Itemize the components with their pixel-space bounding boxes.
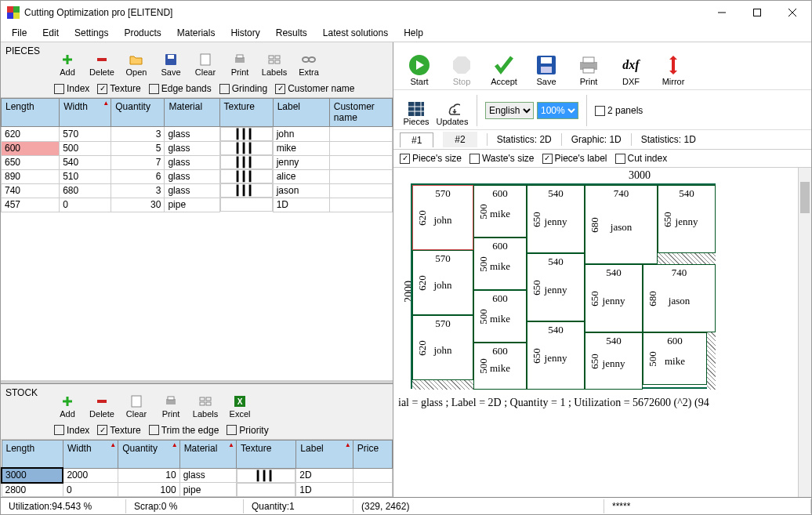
table-row[interactable]: 6505407glass▎▎▎jenny <box>2 155 393 169</box>
pieces-save-button[interactable]: Save <box>154 44 187 78</box>
stock-table[interactable]: LengthWidth▲Quantity▲Material▲TextureLab… <box>1 440 393 498</box>
pieces-check-0[interactable]: Index <box>54 83 89 94</box>
cut-piece[interactable]: 600500mike <box>473 290 527 343</box>
column-header[interactable]: Texture <box>219 99 273 127</box>
pieces-check-4[interactable]: ✓Customer name <box>275 83 354 94</box>
menu-results[interactable]: Results <box>270 26 314 40</box>
pieces-open-button[interactable]: Open <box>120 44 153 78</box>
menu-materials[interactable]: Materials <box>171 26 222 40</box>
stock-check-1[interactable]: ✓Texture <box>97 425 140 436</box>
table-row[interactable]: 7406803glass▎▎▎jason <box>2 183 393 198</box>
start-button[interactable]: Start <box>400 45 439 88</box>
stats-1d-link[interactable]: Statistics: 1D <box>641 134 696 145</box>
accept-button[interactable]: Accept <box>484 45 524 88</box>
column-header[interactable]: Width▲ <box>63 440 118 468</box>
svg-rect-10 <box>168 55 174 59</box>
table-row[interactable]: 8905106glass▎▎▎alice <box>2 169 393 183</box>
menu-settings[interactable]: Settings <box>68 26 114 40</box>
stock-check-0[interactable]: Index <box>54 425 89 436</box>
pieces-check-1[interactable]: ✓Texture <box>97 83 140 94</box>
column-header[interactable]: Customer name <box>329 99 392 127</box>
pieces-extra-button[interactable]: Extra <box>292 44 325 78</box>
save-icon <box>535 53 558 77</box>
zoom-select[interactable]: 100% <box>537 102 578 119</box>
diagram-check-1[interactable]: Waste's size <box>469 153 535 164</box>
cut-piece[interactable]: 570620john <box>412 250 473 315</box>
column-header[interactable]: Price <box>353 440 392 468</box>
cut-piece[interactable]: 570620john <box>412 315 473 380</box>
cut-piece[interactable]: 540650jenny <box>658 185 716 253</box>
table-row[interactable]: 6005005glass▎▎▎mike <box>2 141 393 155</box>
stock-delete-button[interactable]: Delete <box>85 386 118 420</box>
graphic-1d-link[interactable]: Graphic: 1D <box>571 134 622 145</box>
vertical-scrollbar[interactable] <box>798 168 811 497</box>
cut-piece[interactable]: 540650jenny <box>585 264 643 332</box>
pieces-labels-button[interactable]: Labels <box>258 44 291 78</box>
cut-piece[interactable]: 540650jenny <box>585 332 643 390</box>
two-panels-checkbox[interactable]: 2 panels <box>595 105 643 116</box>
stock-check-3[interactable]: Priority <box>227 425 268 436</box>
pieces-delete-button[interactable]: Delete <box>85 44 118 78</box>
menu-file[interactable]: File <box>5 26 33 40</box>
pieces-check-3[interactable]: Grinding <box>219 83 267 94</box>
cut-piece[interactable]: 600500mike <box>473 185 527 238</box>
cut-piece[interactable]: 740680jason <box>585 185 658 264</box>
result-save-button[interactable]: Save <box>527 45 566 88</box>
cut-piece[interactable]: 570620john <box>412 185 473 250</box>
stock-add-button[interactable]: Add <box>51 386 84 420</box>
updates-button[interactable]: Updates <box>436 93 469 128</box>
dxf-button[interactable]: dxfDXF <box>611 45 651 88</box>
stock-check-2[interactable]: Trim the edge <box>149 425 219 436</box>
cutting-diagram[interactable]: 3000 2000 570620john600500mike540650jenn… <box>393 168 811 497</box>
column-header[interactable]: Label▲ <box>296 440 353 468</box>
table-row[interactable]: 457030pipe1D <box>2 198 393 212</box>
stop-button[interactable]: Stop <box>442 45 481 88</box>
column-header[interactable]: Width▲ <box>60 99 111 127</box>
pieces-clear-button[interactable]: Clear <box>189 44 222 78</box>
minimize-button[interactable] <box>704 2 739 24</box>
cut-piece[interactable]: 540650jenny <box>527 185 585 253</box>
table-row[interactable]: 3000200010glass▎▎▎2D <box>2 468 393 483</box>
cut-piece[interactable]: 600500mike <box>473 238 527 290</box>
language-select[interactable]: English <box>485 102 534 119</box>
menu-help[interactable]: Help <box>397 26 430 40</box>
pieces-view-button[interactable]: Pieces <box>400 93 433 128</box>
column-header[interactable]: Length <box>2 440 63 468</box>
column-header[interactable]: Material▲ <box>179 440 236 468</box>
menu-products[interactable]: Products <box>118 26 167 40</box>
stats-2d-link[interactable]: Statistics: 2D <box>497 134 552 145</box>
pieces-check-2[interactable]: Edge bands <box>149 83 212 94</box>
table-row[interactable]: 28000100pipe1D <box>2 483 393 497</box>
column-header[interactable]: Texture <box>236 440 295 468</box>
tab-2[interactable]: #2 <box>443 132 477 147</box>
table-row[interactable]: 6205703glass▎▎▎john <box>2 127 393 142</box>
diagram-check-3[interactable]: Cut index <box>615 153 668 164</box>
menu-history[interactable]: History <box>224 26 266 40</box>
column-header[interactable]: Quantity <box>111 99 165 127</box>
stock-labels-button[interactable]: Labels <box>189 386 222 420</box>
pieces-add-button[interactable]: Add <box>51 44 84 78</box>
column-header[interactable]: Quantity▲ <box>118 440 179 468</box>
menu-edit[interactable]: Edit <box>36 26 65 40</box>
maximize-button[interactable] <box>739 2 774 24</box>
pieces-print-button[interactable]: Print <box>223 44 256 78</box>
diagram-check-2[interactable]: ✓Piece's label <box>542 153 607 164</box>
result-print-button[interactable]: Print <box>569 45 608 88</box>
close-button[interactable] <box>774 2 810 24</box>
cut-piece[interactable]: 540650jenny <box>527 321 585 390</box>
cut-piece[interactable]: 600500mike <box>643 332 707 385</box>
stock-clear-button[interactable]: Clear <box>120 386 153 420</box>
stock-excel-button[interactable]: XExcel <box>223 386 256 420</box>
tab-1[interactable]: #1 <box>400 132 433 147</box>
column-header[interactable]: Material <box>165 99 219 127</box>
column-header[interactable]: Label <box>273 99 329 127</box>
diagram-check-0[interactable]: ✓Piece's size <box>400 153 462 164</box>
mirror-button[interactable]: Mirror <box>654 45 693 88</box>
menu-latest-solutions[interactable]: Latest solutions <box>317 26 394 40</box>
cut-piece[interactable]: 540650jenny <box>527 253 585 321</box>
stock-print-button[interactable]: Print <box>154 386 187 420</box>
cut-piece[interactable]: 740680jason <box>643 264 716 332</box>
pieces-table[interactable]: LengthWidth▲QuantityMaterialTextureLabel… <box>1 98 393 212</box>
column-header[interactable]: Length <box>2 99 60 127</box>
cut-piece[interactable]: 600500mike <box>473 343 527 390</box>
